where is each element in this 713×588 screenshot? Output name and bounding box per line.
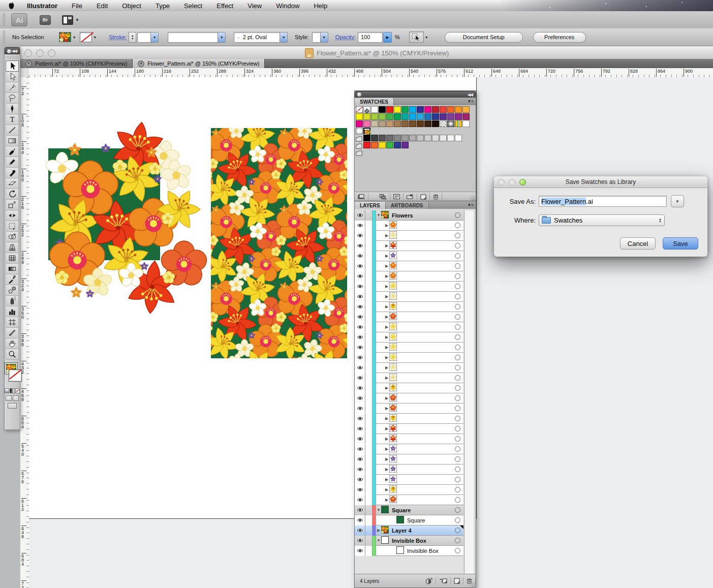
target-circle[interactable] xyxy=(455,334,460,340)
zoom-window-button[interactable] xyxy=(48,49,55,57)
menu-select[interactable]: Select xyxy=(177,2,209,10)
swatch[interactable] xyxy=(401,113,409,120)
column-graph-tool[interactable] xyxy=(6,306,19,317)
artboard-tool[interactable] xyxy=(6,317,19,328)
swatch[interactable] xyxy=(371,135,378,141)
layer-row-invisible-box[interactable]: ▼Invisible Box xyxy=(355,536,463,546)
visibility-eye-icon[interactable] xyxy=(355,241,365,251)
visibility-eye-icon[interactable] xyxy=(355,271,365,282)
line-segment-tool[interactable] xyxy=(6,125,19,136)
layer-row-group[interactable]: ▶ xyxy=(355,465,463,475)
swatch[interactable] xyxy=(417,113,424,120)
chevron-down-icon[interactable]: ▼ xyxy=(425,36,428,39)
swatch[interactable] xyxy=(440,135,447,141)
target-circle[interactable] xyxy=(455,243,460,249)
swatch-libraries-button[interactable] xyxy=(355,193,368,200)
vertical-ruler[interactable]: 7210814418021625228832436039643246850454… xyxy=(20,77,29,588)
layer-row-group[interactable]: ▶ xyxy=(355,495,463,505)
rotate-tool[interactable] xyxy=(6,189,19,200)
menu-illustrator[interactable]: Illustrator xyxy=(20,2,65,10)
swatch[interactable] xyxy=(371,142,378,148)
target-circle[interactable] xyxy=(455,517,460,523)
opacity-dropdown-button[interactable]: ▶ xyxy=(383,32,392,43)
target-circle[interactable] xyxy=(455,385,460,391)
visibility-eye-icon[interactable] xyxy=(355,221,365,231)
disclosure-closed-icon[interactable]: ▶ xyxy=(384,294,389,299)
target-circle[interactable] xyxy=(455,426,460,431)
disclosure-closed-icon[interactable]: ▶ xyxy=(384,355,389,360)
disclosure-closed-icon[interactable]: ▶ xyxy=(384,315,389,319)
close-window-button[interactable] xyxy=(24,49,32,57)
disclosure-closed-icon[interactable]: ▶ xyxy=(384,274,389,278)
layer-row-group[interactable]: ▶ xyxy=(355,393,463,404)
menu-window[interactable]: Window xyxy=(269,2,306,10)
lock-toggle[interactable] xyxy=(365,465,373,475)
swatch[interactable] xyxy=(455,113,462,120)
visibility-eye-icon[interactable] xyxy=(355,404,365,414)
swatch-none[interactable] xyxy=(356,106,363,113)
target-circle[interactable] xyxy=(455,253,460,259)
stroke-weight-stepper[interactable]: ▲▼ xyxy=(129,32,136,43)
swatch[interactable] xyxy=(379,142,386,148)
disclosure-closed-icon[interactable]: ▶ xyxy=(384,345,389,350)
lock-toggle[interactable] xyxy=(365,414,373,424)
swatch[interactable] xyxy=(386,106,393,113)
swatch[interactable] xyxy=(409,113,416,120)
visibility-eye-icon[interactable] xyxy=(355,210,365,221)
target-circle[interactable] xyxy=(455,324,460,330)
lock-toggle[interactable] xyxy=(365,485,373,495)
lock-toggle[interactable] xyxy=(365,373,373,383)
draw-behind-button[interactable] xyxy=(13,395,19,401)
variable-width-profile-combo[interactable]: -2 pt. Oval▼ xyxy=(234,32,288,43)
visibility-eye-icon[interactable] xyxy=(355,343,365,353)
tab-artboards[interactable]: ARTBOARDS xyxy=(386,202,429,209)
lock-toggle[interactable] xyxy=(365,363,373,373)
eyedropper-tool[interactable] xyxy=(6,274,19,285)
target-circle[interactable] xyxy=(455,507,460,513)
stroke-chip[interactable] xyxy=(9,370,21,381)
lock-toggle[interactable] xyxy=(365,282,373,292)
tools-panel-header[interactable]: ◀◀ xyxy=(5,47,20,54)
lock-toggle[interactable] xyxy=(365,525,373,536)
swatch[interactable] xyxy=(440,106,447,113)
target-circle[interactable] xyxy=(455,375,460,381)
lock-toggle[interactable] xyxy=(365,475,373,485)
disclosure-closed-icon[interactable]: ▶ xyxy=(384,467,389,472)
visibility-eye-icon[interactable] xyxy=(355,383,365,393)
swatch[interactable] xyxy=(432,135,439,141)
target-circle[interactable] xyxy=(455,477,460,482)
lock-toggle[interactable] xyxy=(365,251,373,261)
disclosure-closed-icon[interactable]: ▶ xyxy=(384,264,389,268)
layer-row-square[interactable]: Square xyxy=(355,515,463,525)
swatches-panel-header[interactable]: ◀◀ xyxy=(355,91,476,98)
visibility-eye-icon[interactable] xyxy=(355,282,365,292)
swatch[interactable] xyxy=(409,106,416,113)
swatch[interactable] xyxy=(379,135,386,141)
target-circle[interactable] xyxy=(455,355,460,360)
disclosure-closed-icon[interactable]: ▶ xyxy=(384,304,389,309)
resize-grip[interactable] xyxy=(470,196,475,201)
disclosure-closed-icon[interactable]: ▶ xyxy=(384,254,389,258)
visibility-eye-icon[interactable] xyxy=(355,546,365,556)
menu-type[interactable]: Type xyxy=(148,2,177,10)
chevron-down-icon[interactable]: ▼ xyxy=(93,36,97,39)
screen-mode-button[interactable] xyxy=(8,403,17,409)
swatch-pattern-stripes[interactable] xyxy=(455,120,462,127)
disclosure-closed-icon[interactable]: ▶ xyxy=(384,416,389,421)
lock-toggle[interactable] xyxy=(365,404,373,414)
visibility-eye-icon[interactable] xyxy=(355,495,365,505)
visibility-eye-icon[interactable] xyxy=(355,525,365,536)
swatch[interactable] xyxy=(424,113,431,120)
color-button[interactable] xyxy=(5,388,9,393)
panel-menu-icon[interactable]: ▼≡ xyxy=(467,99,474,104)
menu-file[interactable]: File xyxy=(65,2,89,10)
tab-swatches[interactable]: SWATCHES xyxy=(355,98,394,105)
layer-row-group[interactable]: ▶ xyxy=(355,454,463,465)
dialog-close-button[interactable] xyxy=(498,179,505,185)
target-circle[interactable] xyxy=(455,345,460,350)
target-circle[interactable] xyxy=(455,223,460,228)
disclosure-open-icon[interactable]: ▼ xyxy=(376,213,381,218)
target-circle[interactable] xyxy=(455,314,460,320)
lock-toggle[interactable] xyxy=(365,221,373,231)
menu-effect[interactable]: Effect xyxy=(209,2,240,10)
